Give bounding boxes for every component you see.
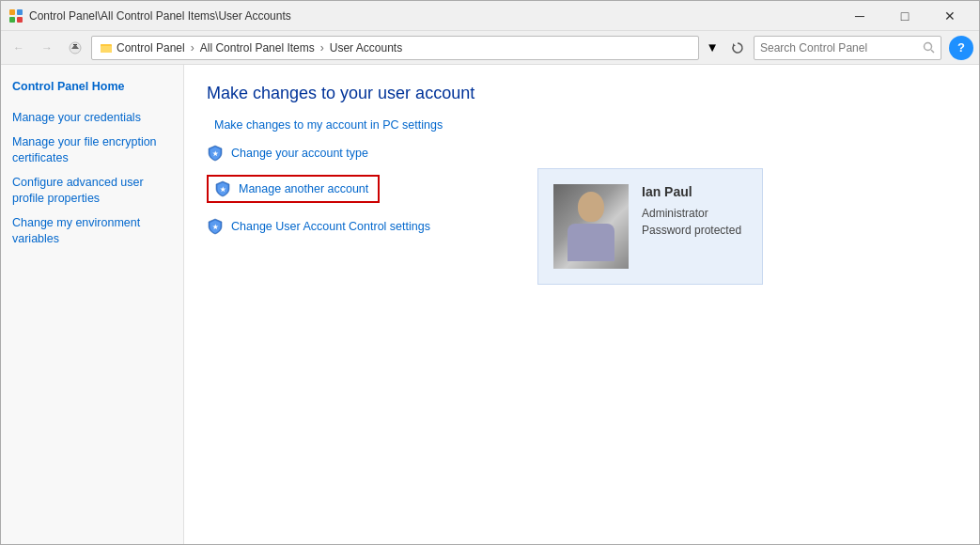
svg-rect-1	[17, 9, 23, 15]
sidebar-item-credentials[interactable]: Manage your credentials	[1, 106, 183, 131]
main-layout: Control Panel Home Manage your credentia…	[1, 65, 979, 545]
shield-icon-uac: ★	[207, 218, 224, 235]
shield-icon-change-type: ★	[207, 145, 224, 162]
search-box[interactable]	[754, 36, 941, 60]
sidebar-links: Manage your credentials Manage your file…	[1, 106, 183, 252]
manage-another-account-link[interactable]: Manage another account	[239, 182, 368, 195]
svg-text:★: ★	[212, 150, 219, 157]
sidebar-item-advanced[interactable]: Configure advanced user profile properti…	[1, 171, 183, 211]
change-account-type-link[interactable]: Change your account type	[231, 147, 368, 160]
folder-icon	[100, 41, 113, 54]
svg-rect-3	[17, 17, 23, 23]
uac-settings-link[interactable]: Change User Account Control settings	[231, 220, 430, 233]
up-button[interactable]	[63, 36, 87, 60]
user-card: Ian Paul Administrator Password protecte…	[537, 168, 763, 285]
control-panel-icon	[8, 8, 23, 23]
sidebar-item-encryption[interactable]: Manage your file encryption certificates	[1, 131, 183, 171]
shield-icon-manage-another: ★	[214, 180, 231, 197]
sidebar-home-link[interactable]: Control Panel Home	[1, 76, 183, 101]
back-button[interactable]: ←	[7, 36, 31, 60]
search-icon	[923, 41, 935, 54]
user-name: Ian Paul	[642, 184, 747, 199]
svg-text:★: ★	[220, 186, 226, 193]
minimize-button[interactable]: ─	[838, 2, 881, 30]
title-bar-left: Control Panel\All Control Panel Items\Us…	[8, 8, 291, 23]
refresh-button[interactable]	[725, 36, 750, 60]
svg-text:★: ★	[212, 224, 219, 230]
svg-rect-9	[101, 44, 105, 46]
breadcrumb-all-items[interactable]: All Control Panel Items	[200, 41, 315, 54]
title-bar-controls: ─ □ ✕	[838, 2, 972, 30]
sidebar: Control Panel Home Manage your credentia…	[1, 65, 184, 545]
user-role: Administrator Password protected	[642, 205, 747, 239]
title-bar: Control Panel\All Control Panel Items\Us…	[1, 1, 979, 31]
breadcrumb-user-accounts[interactable]: User Accounts	[330, 41, 402, 54]
window-title: Control Panel\All Control Panel Items\Us…	[29, 9, 291, 23]
content-area: Make changes to your user account Make c…	[184, 65, 979, 545]
svg-rect-8	[101, 46, 112, 53]
breadcrumb-control-panel[interactable]: Control Panel	[117, 41, 185, 54]
forward-button[interactable]: →	[35, 36, 59, 60]
search-input[interactable]	[760, 41, 919, 54]
maximize-button[interactable]: □	[883, 2, 926, 30]
svg-rect-0	[9, 9, 15, 15]
page-title: Make changes to your user account	[207, 84, 957, 103]
user-info: Ian Paul Administrator Password protecte…	[642, 184, 747, 239]
user-avatar	[553, 184, 629, 269]
svg-point-11	[925, 43, 932, 51]
svg-line-12	[931, 50, 934, 53]
address-field[interactable]: Control Panel › All Control Panel Items …	[91, 36, 699, 60]
svg-rect-2	[9, 17, 15, 23]
sidebar-item-environment[interactable]: Change my environment variables	[1, 211, 183, 252]
address-bar: ← → Control Panel › All Control Panel It…	[1, 31, 979, 65]
address-dropdown-button[interactable]: ▼	[703, 36, 722, 60]
help-button[interactable]: ?	[949, 36, 973, 60]
close-button[interactable]: ✕	[928, 2, 972, 30]
pc-settings-link[interactable]: Make changes to my account in PC setting…	[214, 118, 957, 132]
svg-marker-10	[733, 43, 736, 46]
